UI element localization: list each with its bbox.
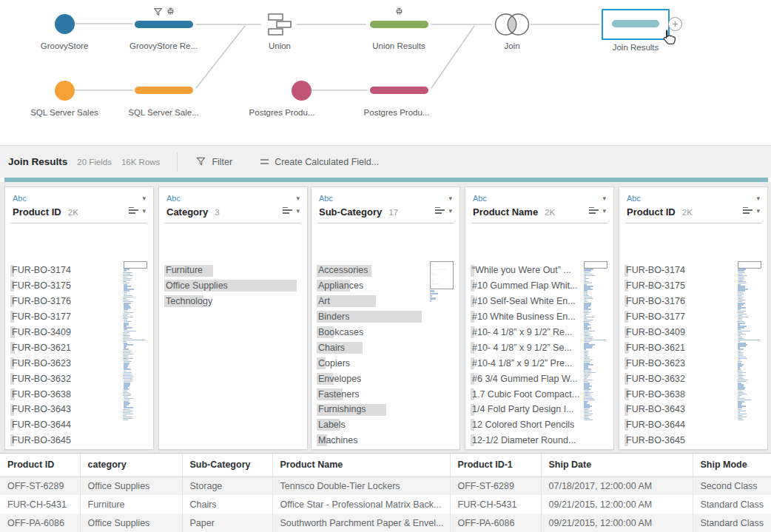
scrollbar-thumb[interactable] [584, 261, 607, 269]
filter-label: Filter [212, 157, 232, 167]
union-step-icon[interactable] [266, 11, 293, 38]
field-value-row[interactable]: Office Supplies [159, 278, 307, 294]
grid-column-header[interactable]: category [80, 454, 182, 477]
value-scroll-histogram[interactable] [738, 261, 761, 421]
grid-cell[interactable]: Paper [182, 514, 272, 532]
grid-cell[interactable]: Standard Class [693, 514, 771, 532]
flow-node-postgres[interactable] [292, 81, 312, 101]
field-value-row[interactable]: 12-1/2 Diameter Round... [465, 433, 613, 448]
field-value-row[interactable]: Furniture [159, 263, 307, 278]
chevron-down-icon[interactable]: ▾ [602, 207, 606, 215]
value-label: FUR-BO-3638 [5, 389, 71, 400]
grid-cell[interactable]: Office Supplies [80, 477, 182, 495]
grid-cell[interactable]: OFF-PA-6086 [0, 514, 80, 532]
value-label: FUR-BO-3644 [5, 420, 71, 430]
sort-icon[interactable] [743, 207, 753, 215]
calc-field-label: Create Calculated Field... [275, 157, 379, 167]
scrollbar-thumb[interactable] [738, 261, 761, 269]
flow-node-sql-server-clean[interactable] [135, 87, 193, 94]
grid-cell[interactable]: OFF-ST-6289 [0, 477, 80, 495]
value-scroll-histogram[interactable] [430, 261, 454, 303]
value-scroll-histogram[interactable] [584, 261, 607, 421]
field-value-row[interactable]: Labels [312, 417, 459, 433]
flow-node-sql-server[interactable] [55, 81, 75, 101]
chevron-down-icon[interactable]: ▾ [296, 207, 300, 215]
chevron-down-icon[interactable]: ▾ [602, 195, 606, 202]
field-value-row[interactable]: FUR-BO-3645 [5, 433, 153, 448]
grid-cell[interactable]: 07/18/2017, 12:00:00 AM [541, 477, 693, 495]
grid-cell[interactable]: Office Star - Professional Matrix Back..… [272, 495, 450, 514]
grid-cell[interactable]: Standard Class [693, 495, 771, 514]
grid-cell[interactable]: Chairs [182, 495, 272, 514]
sort-icon[interactable] [283, 207, 292, 215]
chevron-down-icon[interactable]: ▾ [756, 195, 760, 202]
histogram-bar [430, 293, 438, 294]
field-value-row[interactable]: Chairs [312, 340, 459, 355]
field-value-row[interactable]: FUR-BO-3645 [619, 433, 767, 448]
field-count: 20 Fields [77, 158, 112, 166]
grid-column-header[interactable]: Ship Date [541, 454, 693, 477]
grid-column-header[interactable]: Product ID-1 [450, 454, 541, 477]
grid-cell[interactable]: FUR-CH-5431 [0, 495, 80, 514]
flow-node-groovystore-clean[interactable] [135, 21, 193, 28]
field-value-row[interactable]: Technology [159, 294, 307, 309]
sort-icon[interactable] [435, 207, 445, 215]
value-label: FUR-BO-3174 [619, 265, 685, 275]
grid-column-header[interactable]: Product ID [0, 454, 80, 477]
grid-cell[interactable]: 09/21/2015, 12:00:00 AM [541, 514, 693, 532]
value-scroll-histogram[interactable] [124, 261, 147, 421]
value-label: Copiers [312, 358, 350, 368]
field-value-row[interactable]: Envelopes [312, 371, 459, 386]
header-divider [177, 152, 178, 172]
field-value-row[interactable]: Fasteners [312, 386, 459, 402]
value-label: FUR-BO-3177 [5, 312, 71, 322]
flow-node-postgres-clean[interactable] [370, 87, 428, 94]
grid-column-header[interactable]: Product Name [272, 454, 450, 477]
value-label: FUR-BO-3409 [619, 327, 685, 337]
join-results-node-bar[interactable] [612, 20, 659, 27]
field-value-row[interactable]: Bookcases [312, 325, 459, 340]
grid-cell[interactable]: Southworth Parchment Paper & Envel... [272, 514, 450, 532]
filter-button[interactable]: Filter [196, 157, 232, 167]
value-label: Appliances [312, 280, 363, 291]
grid-column-header[interactable]: Ship Mode [693, 454, 771, 477]
grid-cell[interactable]: FUR-CH-5431 [450, 495, 541, 514]
grid-cell[interactable]: 09/21/2015, 12:00:00 AM [541, 495, 693, 514]
grid-cell[interactable]: OFF-PA-6086 [450, 514, 541, 532]
grid-cell[interactable]: Tennsco Double-Tier Lockers [272, 477, 450, 495]
chevron-down-icon[interactable]: ▾ [448, 195, 452, 202]
grid-cell[interactable]: Office Supplies [80, 514, 182, 532]
flow-node-union-results[interactable] [370, 21, 428, 28]
profile-card-product-id[interactable]: Abc▾Product ID2K▾FUR-BO-3174FUR-BO-3175F… [4, 186, 154, 450]
flow-node-label: Join [504, 41, 519, 50]
create-calculated-field-button[interactable]: Create Calculated Field... [260, 157, 379, 167]
sort-icon[interactable] [129, 207, 138, 215]
grid-cell[interactable]: Storage [182, 477, 272, 495]
sort-icon[interactable] [589, 207, 599, 215]
chevron-down-icon[interactable]: ▾ [142, 195, 146, 202]
grid-cell[interactable]: Furniture [80, 495, 182, 514]
field-value-row[interactable]: Furnishings [312, 402, 459, 417]
scrollbar-thumb[interactable] [124, 261, 147, 269]
profile-card-category[interactable]: Abc▾Category3▾FurnitureOffice SuppliesTe… [158, 186, 308, 450]
field-value-row[interactable]: Binders [312, 309, 459, 325]
chevron-down-icon[interactable]: ▾ [448, 207, 452, 215]
value-label: FUR-BO-3621 [5, 343, 71, 353]
join-step-icon[interactable] [494, 13, 530, 36]
scrollbar-thumb[interactable] [430, 261, 454, 289]
profile-card-product-id[interactable]: Abc▾Product ID2K▾FUR-BO-3174FUR-BO-3175F… [619, 186, 768, 450]
field-value-row[interactable]: Copiers [312, 355, 459, 371]
flow-node-groovystore[interactable] [55, 14, 75, 34]
grid-cell[interactable]: OFF-ST-6289 [450, 477, 541, 495]
value-label: Art [312, 296, 330, 306]
value-label: #10- 4 1/8” x 9 1/2” Se... [465, 343, 572, 353]
chevron-down-icon[interactable]: ▾ [756, 207, 760, 215]
grid-column-header[interactable]: Sub-Category [182, 454, 272, 477]
chevron-down-icon[interactable]: ▾ [296, 195, 300, 202]
profile-card-sub-category[interactable]: Abc▾Sub-Category17▾AccessoriesAppliances… [311, 186, 460, 450]
field-value-row[interactable]: Machines [312, 433, 459, 448]
chevron-down-icon[interactable]: ▾ [142, 207, 146, 215]
profile-card-product-name[interactable]: Abc▾Product Name2K▾“While you Were Out” … [465, 186, 614, 450]
grid-cell[interactable]: Second Class [693, 477, 771, 495]
value-label: Fasteners [312, 389, 360, 400]
